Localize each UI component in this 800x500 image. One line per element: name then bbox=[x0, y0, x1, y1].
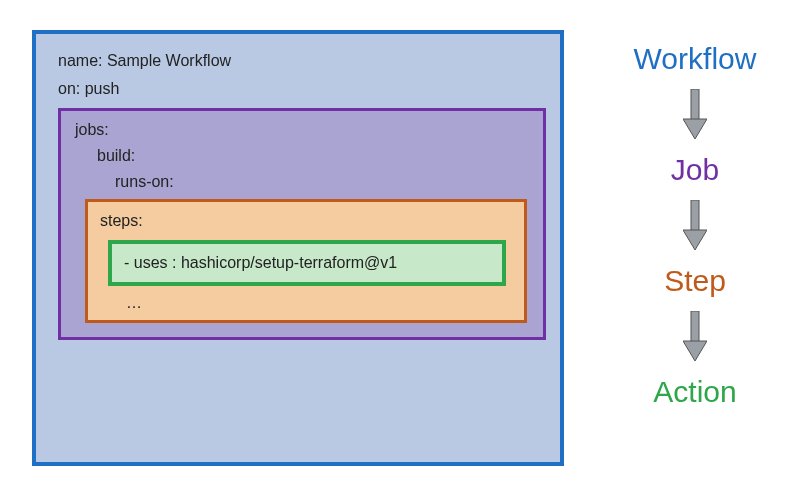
action-uses-line: - uses : hashicorp/setup-terraform@v1 bbox=[124, 254, 397, 271]
workflow-name-line: name: Sample Workflow bbox=[58, 52, 546, 70]
svg-rect-2 bbox=[691, 200, 699, 232]
svg-marker-1 bbox=[683, 119, 707, 139]
workflow-on-line: on: push bbox=[58, 80, 546, 98]
workflow-box: name: Sample Workflow on: push jobs: bui… bbox=[32, 30, 564, 466]
steps-ellipsis: … bbox=[100, 286, 512, 312]
svg-marker-5 bbox=[683, 341, 707, 361]
legend-action: Action bbox=[653, 375, 736, 408]
jobs-label: jobs: bbox=[75, 121, 529, 139]
svg-marker-3 bbox=[683, 230, 707, 250]
runs-on-label: runs-on: bbox=[75, 173, 529, 191]
legend-workflow: Workflow bbox=[634, 42, 757, 75]
svg-rect-0 bbox=[691, 89, 699, 121]
arrow-down-icon bbox=[683, 311, 707, 361]
legend-column: Workflow Job Step Action bbox=[605, 42, 785, 408]
arrow-down-icon bbox=[683, 89, 707, 139]
svg-rect-4 bbox=[691, 311, 699, 343]
arrow-down-icon bbox=[683, 200, 707, 250]
step-box: steps: - uses : hashicorp/setup-terrafor… bbox=[85, 199, 527, 323]
action-box: - uses : hashicorp/setup-terraform@v1 bbox=[108, 240, 506, 286]
steps-label: steps: bbox=[100, 212, 512, 230]
job-box: jobs: build: runs-on: steps: - uses : ha… bbox=[58, 108, 546, 340]
legend-step: Step bbox=[664, 264, 726, 297]
legend-job: Job bbox=[671, 153, 719, 186]
build-label: build: bbox=[75, 147, 529, 165]
